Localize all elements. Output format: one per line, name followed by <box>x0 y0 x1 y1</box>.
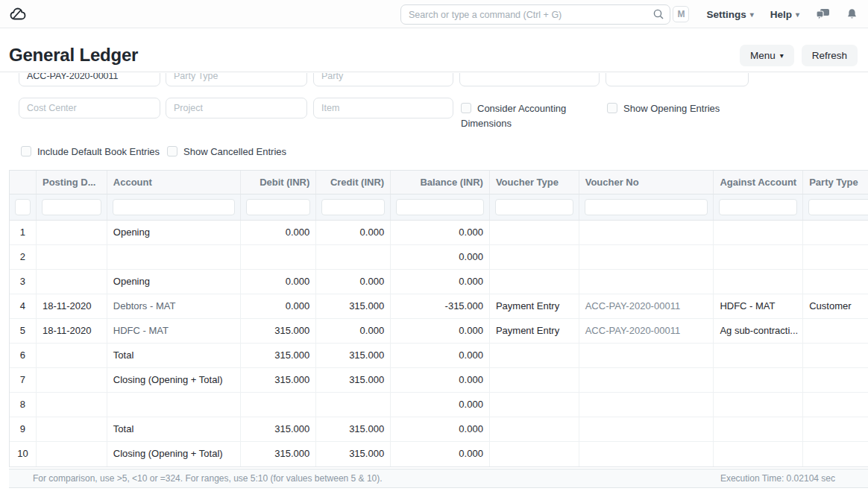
column-header-party_type[interactable]: Party Type <box>803 171 868 194</box>
cell-balance[interactable]: 0.000 <box>391 442 490 466</box>
cell-posting_date[interactable]: 18-11-2020 <box>37 319 107 343</box>
show-opening-entries-checkbox[interactable]: Show Opening Entries <box>607 101 771 116</box>
cell-voucher_no[interactable] <box>579 417 714 441</box>
cell-voucher_type[interactable] <box>490 417 579 441</box>
cell-balance[interactable]: 0.000 <box>391 417 490 441</box>
cell-account[interactable]: Opening <box>107 270 242 294</box>
cell-against_account[interactable]: HDFC - MAT <box>714 294 803 318</box>
cell-debit[interactable]: 0.000 <box>241 270 316 294</box>
cell-account[interactable]: Closing (Opening + Total) <box>107 442 242 466</box>
cell-against_account[interactable] <box>714 270 803 294</box>
app-logo-icon[interactable] <box>9 5 28 23</box>
cell-party_type[interactable] <box>803 319 868 343</box>
cell-credit[interactable] <box>316 393 391 417</box>
cell-posting_date[interactable] <box>37 442 107 466</box>
cell-party_type[interactable] <box>803 221 868 244</box>
cell-credit[interactable] <box>316 245 391 269</box>
cell-account[interactable] <box>107 393 242 417</box>
user-avatar[interactable]: M <box>673 6 689 22</box>
cell-against_account[interactable] <box>714 442 803 466</box>
cell-party_type[interactable] <box>803 245 868 269</box>
cell-voucher_type[interactable]: Payment Entry <box>490 319 579 343</box>
cell-party_type[interactable] <box>803 270 868 294</box>
column-filter-input-debit[interactable] <box>246 199 310 215</box>
party-type-filter[interactable] <box>166 73 307 86</box>
cell-party_type[interactable]: Customer <box>803 294 868 318</box>
cell-posting_date[interactable] <box>37 270 107 294</box>
cell-credit[interactable]: 0.000 <box>316 319 391 343</box>
cell-n[interactable]: 6 <box>10 344 37 367</box>
column-header-account[interactable]: Account <box>107 171 242 194</box>
cell-against_account[interactable] <box>714 368 803 392</box>
cell-voucher_no[interactable] <box>579 245 714 269</box>
cell-account[interactable]: Total <box>107 417 242 441</box>
cell-voucher_no[interactable] <box>579 368 714 392</box>
cell-account[interactable]: Total <box>107 344 242 367</box>
cell-voucher_type[interactable] <box>490 442 579 466</box>
checkbox-icon[interactable] <box>607 103 617 113</box>
filter-field-5[interactable] <box>606 73 749 86</box>
column-header-n[interactable] <box>10 171 37 194</box>
cell-voucher_type[interactable] <box>490 344 579 367</box>
cell-debit[interactable]: 315.000 <box>241 344 316 367</box>
cell-n[interactable]: 2 <box>10 245 37 269</box>
cell-against_account[interactable] <box>714 344 803 367</box>
cell-debit[interactable]: 315.000 <box>241 442 316 466</box>
help-menu[interactable]: Help ▾ <box>770 9 799 20</box>
cell-account[interactable]: Closing (Opening + Total) <box>107 368 242 392</box>
cell-credit[interactable]: 315.000 <box>316 294 391 318</box>
cell-voucher_no[interactable]: ACC-PAY-2020-00011 <box>579 294 714 318</box>
cell-debit[interactable] <box>241 393 316 417</box>
checkbox-icon[interactable] <box>167 146 177 156</box>
cell-against_account[interactable] <box>714 393 803 417</box>
cell-posting_date[interactable] <box>37 393 107 417</box>
cell-n[interactable]: 3 <box>10 270 37 294</box>
cell-voucher_type[interactable] <box>490 221 579 244</box>
cell-voucher_no[interactable] <box>579 344 714 367</box>
cell-debit[interactable]: 315.000 <box>241 368 316 392</box>
cell-against_account[interactable] <box>714 221 803 244</box>
cell-voucher_no[interactable]: ACC-PAY-2020-00011 <box>579 319 714 343</box>
cell-account[interactable] <box>107 245 242 269</box>
cell-debit[interactable]: 0.000 <box>241 294 316 318</box>
notifications-bell-icon[interactable] <box>846 8 858 20</box>
cell-posting_date[interactable] <box>37 344 107 367</box>
cell-posting_date[interactable] <box>37 221 107 244</box>
column-filter-input-voucher_type[interactable] <box>495 199 573 215</box>
column-header-against_account[interactable]: Against Account <box>714 171 803 194</box>
chat-icon[interactable] <box>816 8 830 20</box>
cell-voucher_type[interactable] <box>490 245 579 269</box>
cell-balance[interactable]: 0.000 <box>391 393 490 417</box>
cell-account[interactable]: Debtors - MAT <box>107 294 242 318</box>
cell-party_type[interactable] <box>803 417 868 441</box>
filter-field-4[interactable] <box>459 73 600 86</box>
cell-posting_date[interactable] <box>37 368 107 392</box>
cell-posting_date[interactable]: 18-11-2020 <box>37 294 107 318</box>
cell-party_type[interactable] <box>803 344 868 367</box>
cell-voucher_type[interactable] <box>490 270 579 294</box>
cell-debit[interactable]: 315.000 <box>241 417 316 441</box>
settings-menu[interactable]: Settings ▾ <box>706 9 753 20</box>
cell-voucher_no[interactable] <box>579 221 714 244</box>
column-header-debit[interactable]: Debit (INR) <box>241 171 316 194</box>
column-filter-input-credit[interactable] <box>321 199 385 215</box>
cell-n[interactable]: 9 <box>10 417 37 441</box>
column-filter-input-balance[interactable] <box>396 199 484 215</box>
checkbox-icon[interactable] <box>461 103 471 113</box>
cell-debit[interactable]: 0.000 <box>241 221 316 244</box>
column-header-balance[interactable]: Balance (INR) <box>391 171 490 194</box>
menu-button[interactable]: Menu ▾ <box>740 45 794 66</box>
cell-posting_date[interactable] <box>37 245 107 269</box>
column-filter-input-voucher_no[interactable] <box>585 199 708 215</box>
cell-n[interactable]: 1 <box>10 221 37 244</box>
refresh-button[interactable]: Refresh <box>802 45 858 66</box>
column-filter-input-account[interactable] <box>113 199 236 215</box>
column-header-credit[interactable]: Credit (INR) <box>316 171 391 194</box>
cell-voucher_no[interactable] <box>579 393 714 417</box>
party-filter[interactable] <box>313 73 453 86</box>
cell-account[interactable]: Opening <box>107 221 242 244</box>
checkbox-icon[interactable] <box>21 146 31 156</box>
cell-balance[interactable]: 0.000 <box>391 368 490 392</box>
cell-balance[interactable]: 0.000 <box>391 245 490 269</box>
cell-balance[interactable]: 0.000 <box>391 270 490 294</box>
